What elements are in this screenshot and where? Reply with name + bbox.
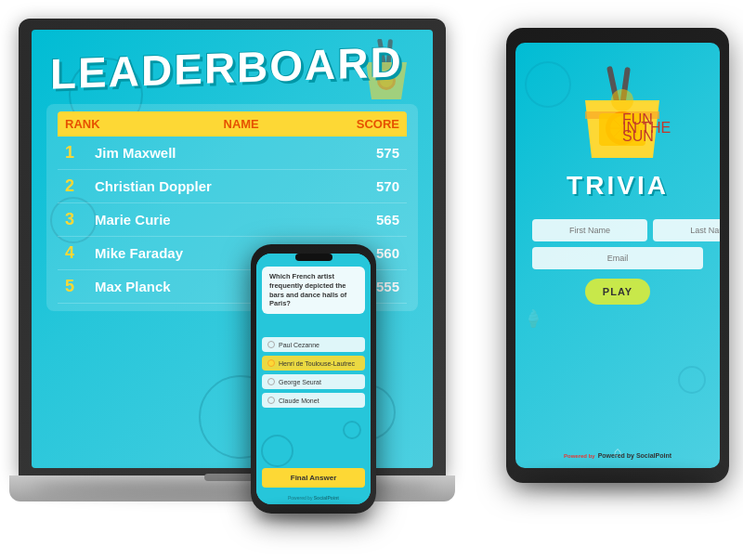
phone-notch [295, 254, 332, 261]
score-cell: 575 [376, 145, 399, 161]
powered-by-label: Powered by [564, 453, 595, 459]
rank-cell: 1 [65, 143, 87, 163]
table-row: 2 Christian Doppler 570 [58, 170, 407, 203]
header-score: Score [357, 117, 399, 131]
phone-option[interactable]: Paul Cezanne [262, 337, 365, 352]
phone-deco-circle-2 [343, 421, 361, 439]
header-rank: Rank [65, 117, 100, 131]
phone-device: Which French artist frequently depicted … [251, 244, 376, 514]
phone-option[interactable]: Claude Monet [262, 393, 365, 408]
rank-cell: 3 [65, 210, 87, 229]
score-cell: 560 [376, 245, 399, 261]
table-row: 3 Marie Curie 565 [58, 203, 407, 237]
rank-cell: 4 [65, 243, 87, 263]
score-cell: 555 [376, 279, 399, 294]
socialpoint-label: Powered by SocialPoint [598, 452, 671, 459]
header-name: Name [224, 117, 259, 131]
name-cell: Christian Doppler [95, 178, 376, 194]
phone-question-box: Which French artist frequently depicted … [262, 267, 365, 314]
laptop-screen-outer: LEADERBOARD Rank Name Score 1 Jim Maxwel… [19, 19, 446, 475]
tablet-shadow [517, 472, 718, 490]
leaderboard-header: Rank Name Score [58, 111, 407, 137]
phone-body: Which French artist frequently depicted … [251, 244, 376, 514]
option-radio [267, 359, 275, 367]
phone-options: Paul Cezanne Henri de Toulouse-Lautrec G… [262, 337, 365, 411]
rank-cell: 2 [65, 176, 87, 196]
phone-footer: Powered by SocialPoint [256, 495, 371, 501]
option-radio [267, 378, 275, 385]
tablet-device: 🍦 [506, 28, 729, 483]
tablet-body: 🍦 [506, 28, 729, 483]
cup-illustration: FUN IN THE SUN [571, 65, 664, 167]
name-cell: Marie Curie [95, 212, 376, 228]
scene: LEADERBOARD Rank Name Score 1 Jim Maxwel… [0, 0, 743, 560]
tablet-footer: Powered by Powered by SocialPoint [564, 452, 671, 462]
option-text: Claude Monet [279, 397, 319, 404]
score-cell: 570 [376, 178, 399, 194]
table-row: 1 Jim Maxwell 575 [58, 137, 407, 170]
laptop-device: LEADERBOARD Rank Name Score 1 Jim Maxwel… [9, 19, 455, 501]
option-text: Henri de Toulouse-Lautrec [279, 360, 355, 367]
phone-option[interactable]: Henri de Toulouse-Lautrec [262, 356, 365, 371]
option-text: Paul Cezanne [279, 342, 319, 348]
score-cell: 565 [376, 212, 399, 228]
option-text: George Seurat [279, 379, 321, 385]
svg-text:SUN: SUN [622, 128, 654, 144]
phone-deco-circle [261, 435, 293, 467]
phone-shadow [257, 507, 371, 521]
phone-question-text: Which French artist frequently depicted … [269, 272, 346, 307]
laptop-leaderboard-title: LEADERBOARD [50, 40, 403, 95]
tablet-screen: 🍦 [515, 43, 720, 468]
name-cell: Jim Maxwell [95, 145, 376, 161]
phone-socialpoint: SocialPoint [314, 495, 339, 501]
phone-option[interactable]: George Seurat [262, 374, 365, 389]
phone-powered-by: Powered by [288, 495, 314, 501]
rank-cell: 5 [65, 277, 87, 296]
svg-point-17 [611, 89, 633, 111]
option-radio [267, 341, 275, 348]
phone-screen: Which French artist frequently depicted … [256, 254, 371, 504]
phone-submit-button[interactable]: Final Answer [262, 468, 365, 488]
option-radio [267, 397, 275, 404]
